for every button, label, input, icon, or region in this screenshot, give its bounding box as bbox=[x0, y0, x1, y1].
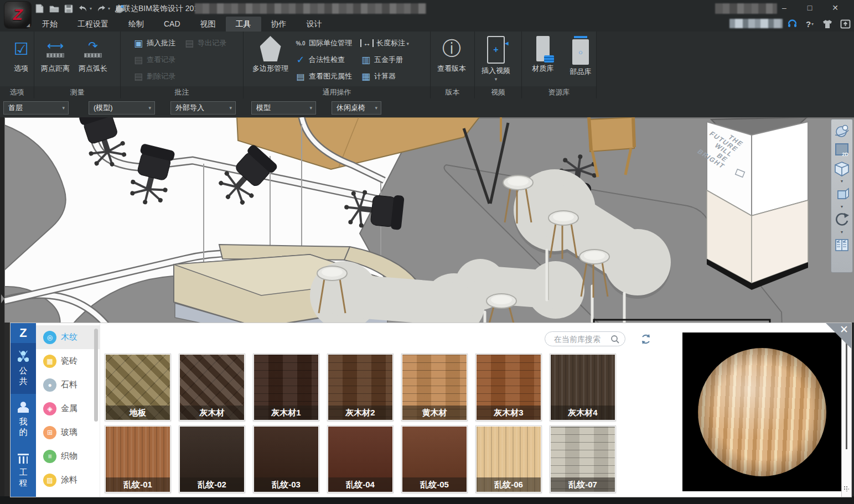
view-toolbar: 2D ▾ ▾ ▾ bbox=[831, 119, 853, 273]
library-sidebar-tab[interactable]: 我的 bbox=[11, 394, 36, 445]
app-logo-button[interactable]: Z ◢ bbox=[4, 2, 31, 28]
undo-dropdown-arrow[interactable]: ▾ bbox=[90, 6, 92, 11]
library-logo: Z bbox=[11, 323, 36, 343]
material-swatch[interactable]: 乱纹-06 bbox=[475, 425, 542, 493]
menu-right-icons: ?▾ bbox=[786, 18, 851, 29]
material-swatch[interactable]: 灰木材 bbox=[179, 354, 245, 421]
material-category-item[interactable]: ◎ 木纹 bbox=[36, 325, 100, 349]
ribbon-button[interactable]: 插入批注 bbox=[130, 35, 180, 51]
ribbon-button[interactable]: 查看版本 bbox=[433, 34, 470, 86]
ribbon-tab[interactable]: CAD bbox=[154, 17, 190, 32]
close-button[interactable]: ✕ bbox=[827, 2, 843, 14]
search-icon[interactable] bbox=[610, 335, 619, 344]
category-scrollbar[interactable] bbox=[94, 329, 98, 422]
quick-access-toolbar: ▾ ▾ bbox=[34, 3, 125, 14]
material-category-item[interactable]: ▨ 涂料 bbox=[36, 468, 100, 492]
support-headset-button[interactable] bbox=[786, 18, 798, 29]
material-swatch[interactable]: 灰木材3 bbox=[475, 354, 542, 421]
ribbon-button[interactable]: 查看图元属性 bbox=[292, 68, 357, 85]
rotate-dropdown-arrow[interactable]: ▾ bbox=[841, 229, 843, 236]
material-category-item[interactable]: ◈ 金属 bbox=[36, 397, 100, 420]
library-sidebar-tab[interactable]: 公共 bbox=[11, 343, 36, 394]
ribbon-tab[interactable]: 设计 bbox=[297, 17, 332, 32]
ribbon-button[interactable]: 查看记录 bbox=[130, 51, 180, 68]
ribbon-button-icon bbox=[295, 38, 306, 49]
ribbon-tab[interactable]: 开始 bbox=[32, 17, 68, 32]
ribbon-button[interactable]: 导出记录 bbox=[180, 35, 231, 51]
view-selector[interactable]: (模型) ▾ bbox=[89, 101, 155, 115]
left-panel-collapse-strip[interactable] bbox=[0, 117, 4, 496]
ribbon-button[interactable]: 国际单位管理 bbox=[292, 35, 357, 51]
save-button[interactable] bbox=[63, 3, 74, 14]
view-selector[interactable]: 休闲桌椅 ▾ bbox=[332, 101, 381, 115]
ribbon-button[interactable]: 多边形管理 bbox=[249, 34, 292, 86]
cube-front-view-button[interactable] bbox=[833, 185, 851, 204]
material-swatch[interactable]: 灰木材1 bbox=[253, 354, 319, 421]
panel-scrollbar-thumb[interactable] bbox=[846, 339, 847, 449]
theme-skin-button[interactable] bbox=[822, 18, 833, 29]
view-selector[interactable]: 外部导入 ▾ bbox=[170, 101, 236, 115]
rotate-view-button[interactable] bbox=[833, 210, 851, 229]
orbit-button[interactable] bbox=[833, 122, 851, 141]
maximize-button[interactable]: □ bbox=[801, 2, 818, 14]
redacted-title-info bbox=[715, 3, 777, 14]
ribbon-button[interactable]: 计算器 bbox=[357, 68, 414, 85]
material-swatch[interactable]: 乱纹-03 bbox=[253, 425, 319, 493]
ribbon-button[interactable]: 五金手册 bbox=[357, 51, 414, 68]
minimize-button[interactable]: – bbox=[776, 2, 793, 14]
ribbon-button[interactable]: 删除记录 bbox=[130, 68, 180, 85]
ribbon-button[interactable]: 合法性检查 bbox=[292, 51, 357, 68]
ribbon-tab[interactable]: 视图 bbox=[190, 17, 226, 32]
material-swatch[interactable]: 乱纹-04 bbox=[327, 425, 394, 493]
library-sidebar-tab[interactable]: 工程 bbox=[11, 445, 36, 496]
material-preview-sphere[interactable] bbox=[698, 348, 826, 476]
ribbon-button[interactable]: 插入视频 bbox=[477, 34, 515, 86]
material-category-item[interactable]: ⊞ 玻璃 bbox=[36, 420, 100, 444]
ribbon-tab[interactable]: 工具 bbox=[226, 17, 261, 32]
close-panel-button[interactable]: ✕ bbox=[840, 324, 848, 335]
undo-button[interactable] bbox=[77, 3, 88, 14]
ribbon-button[interactable]: 部品库 bbox=[562, 34, 599, 86]
help-button[interactable]: ?▾ bbox=[804, 18, 815, 29]
ribbon-group-label: 版本 bbox=[431, 86, 474, 98]
ribbon-button[interactable]: 长度标注 bbox=[357, 35, 414, 51]
ribbon-tab[interactable]: 协作 bbox=[261, 17, 297, 32]
open-file-button[interactable] bbox=[49, 3, 59, 14]
new-file-button[interactable] bbox=[34, 3, 45, 14]
ribbon-tab[interactable]: 绘制 bbox=[118, 17, 154, 32]
material-swatch[interactable]: 乱纹-05 bbox=[401, 425, 468, 493]
panel-resize-grip[interactable] bbox=[843, 486, 849, 491]
ribbon-button[interactable]: 材质库 bbox=[524, 34, 562, 86]
ribbon-button-icon bbox=[487, 36, 505, 64]
material-category-item[interactable]: ▦ 瓷砖 bbox=[36, 349, 100, 373]
view-table-button[interactable] bbox=[833, 236, 851, 254]
ribbon-group-video: 插入视频 视频 bbox=[475, 32, 522, 98]
cube-iso-view-button[interactable] bbox=[833, 159, 851, 178]
view-2d-button[interactable]: 2D bbox=[833, 141, 851, 159]
material-swatch[interactable]: 黄木材 bbox=[401, 354, 468, 421]
cube-iso-dropdown-arrow[interactable]: ▾ bbox=[841, 178, 843, 185]
material-swatch[interactable]: 灰木材2 bbox=[327, 354, 394, 421]
status-bar bbox=[0, 496, 854, 504]
ribbon-tab[interactable]: 工程设置 bbox=[68, 17, 118, 32]
ribbon-button[interactable]: 两点弧长 bbox=[74, 34, 112, 86]
material-swatch[interactable]: 灰木材4 bbox=[550, 354, 616, 421]
material-swatch[interactable]: 地板 bbox=[105, 354, 171, 421]
ribbon-button[interactable]: 两点距离 bbox=[37, 34, 74, 86]
material-swatch[interactable]: 乱纹-02 bbox=[179, 425, 245, 493]
material-category-item[interactable]: ● 石料 bbox=[36, 373, 100, 397]
upgrade-button[interactable] bbox=[840, 18, 851, 29]
app-window: Z ◢ ▾ ▾ 广联达BIM装饰设计 2019 · – □ ✕ bbox=[0, 0, 854, 504]
slogan-column[interactable]: THE FUTURE WILL BE BRIGHT bbox=[692, 117, 808, 290]
cube-front-dropdown-arrow[interactable]: ▾ bbox=[841, 204, 843, 210]
redo-button[interactable] bbox=[96, 3, 106, 14]
material-swatch[interactable]: 乱纹-01 bbox=[105, 425, 171, 493]
redo-dropdown-arrow[interactable]: ▾ bbox=[108, 6, 110, 11]
material-swatch[interactable]: 乱纹-07 bbox=[550, 425, 616, 493]
ribbon-group-general: 多边形管理 国际单位管理 合法性检查 查看图元属性 长度标注 bbox=[244, 32, 431, 98]
refresh-library-button[interactable] bbox=[639, 332, 653, 346]
view-selector[interactable]: 首层 ▾ bbox=[3, 101, 69, 115]
library-search-input[interactable] bbox=[553, 334, 610, 344]
view-selector[interactable]: 模型 ▾ bbox=[251, 101, 316, 115]
material-category-item[interactable]: ≡ 织物 bbox=[36, 444, 100, 468]
